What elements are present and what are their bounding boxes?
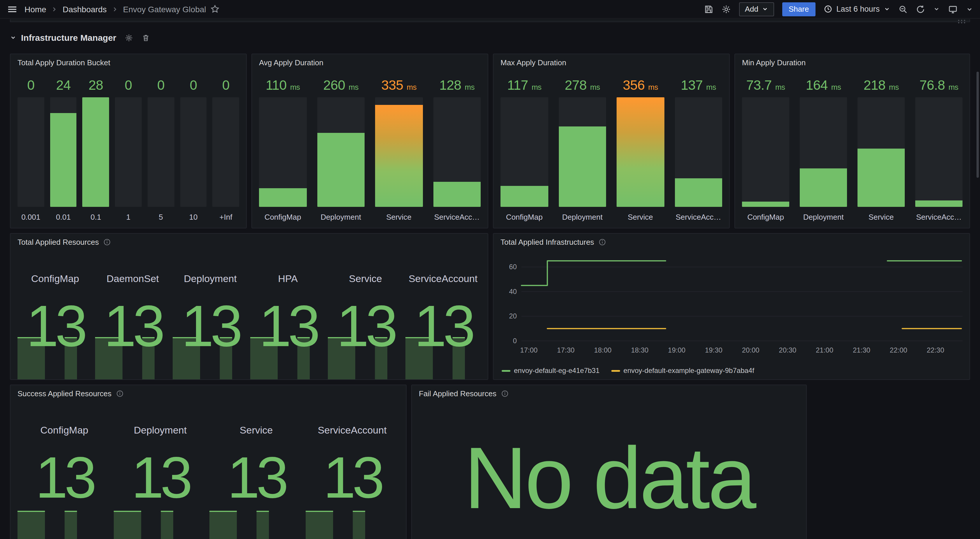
panel-title[interactable]: Success Applied Resources bbox=[18, 389, 111, 398]
gauge-track bbox=[18, 97, 44, 207]
gauge-label: 1 bbox=[115, 213, 142, 223]
stat-title: DaemonSet bbox=[94, 273, 172, 285]
scrollbar-thumb[interactable] bbox=[977, 72, 979, 178]
gauge-label: Deployment bbox=[800, 213, 847, 223]
gauge-track bbox=[115, 97, 142, 207]
svg-text:17:30: 17:30 bbox=[557, 346, 574, 354]
gauge-bar-Deployment: 164 msDeployment bbox=[800, 78, 847, 223]
info-icon[interactable] bbox=[103, 238, 111, 246]
dashboard-settings-gear-icon[interactable] bbox=[722, 4, 731, 14]
gauge-value: 0 bbox=[148, 78, 174, 96]
row-settings-gear-icon[interactable] bbox=[125, 33, 133, 42]
gauge-fill bbox=[50, 113, 76, 207]
clock-icon bbox=[823, 5, 832, 13]
panel-title[interactable]: Total Applied Resources bbox=[18, 238, 99, 246]
gauge-value: 24 bbox=[50, 78, 76, 96]
gauge-value: 260 ms bbox=[317, 78, 364, 96]
legend-item[interactable]: envoy-default-example-gateway-9b7aba4f bbox=[611, 366, 754, 375]
gauge-bar-Deployment: 278 msDeployment bbox=[558, 78, 606, 223]
gauge-value: 218 ms bbox=[858, 78, 905, 96]
gauge-bar-ConfigMap: 117 msConfigMap bbox=[501, 78, 548, 223]
panel-total-applied-resources: Total Applied Resources ConfigMap13Daemo… bbox=[10, 233, 488, 380]
panel-max-apply-duration: Max Apply Duration 117 msConfigMap278 ms… bbox=[493, 54, 730, 228]
svg-text:21:00: 21:00 bbox=[816, 346, 833, 354]
info-icon[interactable] bbox=[116, 390, 124, 397]
gauge-value: 73.7 ms bbox=[742, 78, 789, 96]
bar-gauge: 110 msConfigMap260 msDeployment335 msSer… bbox=[259, 78, 480, 223]
chevron-right-icon bbox=[51, 6, 58, 13]
svg-text:21:30: 21:30 bbox=[853, 346, 870, 354]
stat-title: ServiceAccount bbox=[404, 273, 482, 285]
stat-ConfigMap: ConfigMap13 bbox=[16, 273, 94, 379]
collapse-navbar-chevron-icon[interactable] bbox=[966, 6, 973, 13]
gauge-value: 76.8 ms bbox=[915, 78, 963, 96]
gauge-fill bbox=[675, 178, 722, 207]
breadcrumb-home[interactable]: Home bbox=[24, 4, 46, 14]
stat-value: 13 bbox=[112, 448, 208, 506]
panel-title[interactable]: Min Apply Duration bbox=[742, 58, 806, 67]
stat-ConfigMap: ConfigMap13 bbox=[16, 425, 112, 539]
panel-title[interactable]: Total Apply Duration Bucket bbox=[18, 58, 110, 67]
panel-title[interactable]: Fail Applied Resources bbox=[419, 389, 496, 398]
legend-item[interactable]: envoy-default-eg-e41e7b31 bbox=[502, 366, 600, 375]
panel-drag-grip-icon[interactable] bbox=[957, 19, 966, 24]
gauge-label: 0.01 bbox=[50, 213, 76, 223]
gauge-bar-Service: 356 msService bbox=[617, 78, 664, 223]
time-series-chart: 020406017:0017:3018:0018:3019:0019:3020:… bbox=[498, 251, 965, 360]
gauge-label: 10 bbox=[180, 213, 207, 223]
refresh-icon[interactable] bbox=[916, 4, 925, 14]
svg-text:19:30: 19:30 bbox=[705, 346, 722, 354]
save-dashboard-icon[interactable] bbox=[704, 4, 713, 14]
row-collapse-button[interactable]: Infrastructure Manager bbox=[10, 33, 116, 43]
panel-min-apply-duration: Min Apply Duration 73.7 msConfigMap164 m… bbox=[734, 54, 970, 228]
gauge-bar-10: 010 bbox=[180, 78, 207, 223]
kiosk-monitor-icon[interactable] bbox=[948, 4, 958, 14]
dashboard-row-header: Infrastructure Manager bbox=[10, 33, 150, 43]
svg-text:20:30: 20:30 bbox=[779, 346, 796, 354]
gauge-bar-ConfigMap: 73.7 msConfigMap bbox=[742, 78, 789, 223]
gauge-value: 0 bbox=[213, 78, 239, 96]
gauge-track bbox=[148, 97, 174, 207]
gauge-unit: ms bbox=[407, 83, 416, 92]
zoom-out-icon[interactable] bbox=[898, 4, 908, 14]
stat-title: Service bbox=[327, 273, 404, 285]
share-button[interactable]: Share bbox=[782, 2, 815, 16]
gauge-label: 0.1 bbox=[83, 213, 109, 223]
breadcrumb-dashboards[interactable]: Dashboards bbox=[63, 4, 107, 14]
add-button[interactable]: Add bbox=[739, 2, 774, 16]
stat-title: HPA bbox=[249, 273, 327, 285]
gauge-track bbox=[617, 97, 664, 207]
svg-text:17:00: 17:00 bbox=[520, 346, 538, 354]
gauge-label: ServiceAcc… bbox=[433, 213, 480, 223]
star-icon[interactable] bbox=[211, 5, 220, 13]
refresh-interval-dropdown[interactable] bbox=[933, 6, 940, 12]
time-range-picker[interactable]: Last 6 hours bbox=[823, 5, 890, 13]
panel-title[interactable]: Max Apply Duration bbox=[501, 58, 566, 67]
panel-title[interactable]: Total Applied Infrastructures bbox=[501, 238, 594, 246]
info-icon[interactable] bbox=[599, 238, 606, 246]
row-delete-trash-icon[interactable] bbox=[142, 33, 150, 42]
gauge-value: 335 ms bbox=[375, 78, 423, 96]
menu-toggle-button[interactable] bbox=[7, 4, 18, 14]
grafana-dashboard: Home Dashboards Envoy Gateway Global Add… bbox=[0, 0, 980, 539]
gauge-fill bbox=[83, 97, 109, 207]
gauge-value: 0 bbox=[115, 78, 142, 96]
gauge-bar-0.001: 00.001 bbox=[18, 78, 44, 223]
scrolled-panel-edge bbox=[10, 19, 970, 22]
gauge-unit: ms bbox=[290, 83, 300, 92]
panel-title[interactable]: Avg Apply Duration bbox=[259, 58, 323, 67]
bar-gauge: 00.001240.01280.101050100+Inf bbox=[18, 78, 239, 223]
stat-Service: Service13 bbox=[208, 425, 304, 539]
chart-legend: envoy-default-eg-e41e7b31envoy-default-e… bbox=[502, 366, 754, 375]
gauge-fill bbox=[800, 168, 847, 207]
gauge-value: 128 ms bbox=[433, 78, 480, 96]
stat-title: ServiceAccount bbox=[304, 425, 400, 436]
stat-value: 13 bbox=[16, 448, 112, 506]
gauge-fill bbox=[501, 185, 548, 207]
svg-text:40: 40 bbox=[509, 288, 517, 295]
gauge-bar-ServiceAcc…: 76.8 msServiceAcc… bbox=[915, 78, 963, 223]
svg-text:20:00: 20:00 bbox=[742, 346, 759, 354]
info-icon[interactable] bbox=[501, 390, 509, 397]
stat-ServiceAccount: ServiceAccount13 bbox=[404, 273, 482, 379]
bar-gauge: 117 msConfigMap278 msDeployment356 msSer… bbox=[501, 78, 722, 223]
